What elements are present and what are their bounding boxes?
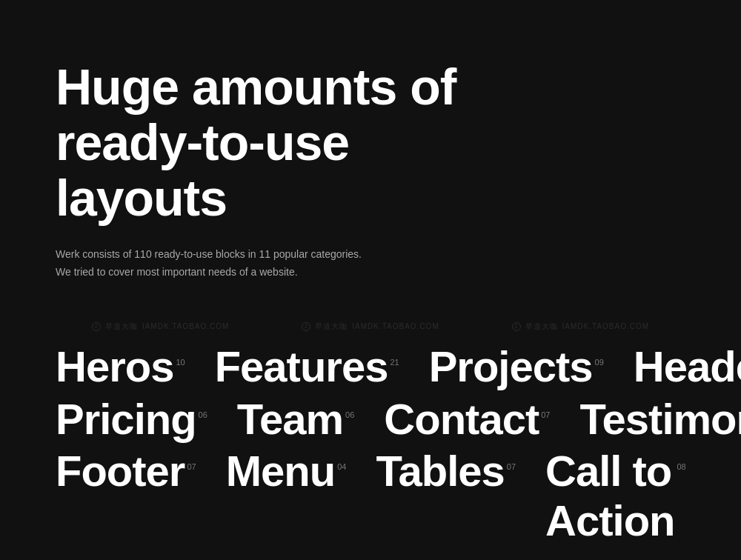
category-call-to-action[interactable]: Call to Action08 [545, 447, 686, 545]
category-cta-count: 08 [677, 462, 686, 471]
category-contact-label: Contact [384, 395, 539, 444]
category-footer-count: 07 [187, 462, 196, 471]
watermark-icon-1: Z [92, 322, 101, 331]
watermark-icon-3: Z [512, 322, 521, 331]
category-contact[interactable]: Contact07 [384, 395, 550, 444]
category-row-1: Heros10 Features21 Projects09 Header07 T… [56, 342, 685, 392]
watermark-group-2: Z 早道大咖 IAMDK.TAOBAO.COM [265, 319, 475, 335]
category-menu[interactable]: Menu04 [226, 447, 347, 496]
category-team[interactable]: Team06 [237, 395, 354, 444]
category-header[interactable]: Header07 [634, 342, 741, 392]
category-menu-label: Menu [226, 447, 335, 496]
category-features[interactable]: Features21 [215, 342, 399, 392]
subtitle: Werk consists of 110 ready-to-use blocks… [56, 246, 396, 281]
watermark-group-1: Z 早道大咖 IAMDK.TAOBAO.COM [56, 319, 265, 335]
watermark-cn-2: 早道大咖 [315, 321, 348, 332]
watermark-en-2: IAMDK.TAOBAO.COM [352, 322, 439, 330]
category-menu-count: 04 [337, 462, 346, 471]
category-projects[interactable]: Projects09 [429, 342, 604, 392]
category-tables[interactable]: Tables07 [376, 447, 516, 496]
heading-line1: Huge amounts of [56, 59, 456, 115]
category-tables-label: Tables [376, 447, 504, 496]
watermark-en-1: IAMDK.TAOBAO.COM [142, 322, 230, 330]
category-tables-count: 07 [507, 462, 516, 471]
category-heros[interactable]: Heros10 [56, 342, 185, 392]
watermark-z-2: Z [305, 324, 308, 329]
watermark-cn-1: 早道大咖 [105, 321, 138, 332]
main-container: Huge amounts of ready-to-use layouts Wer… [0, 0, 741, 560]
category-cta-label: Call to Action [545, 447, 674, 545]
category-team-count: 06 [345, 410, 354, 419]
subtitle-line2: We tried to cover most important needs o… [56, 266, 298, 278]
category-pricing-label: Pricing [56, 395, 196, 444]
category-heros-count: 10 [176, 358, 185, 367]
category-pricing-count: 06 [199, 410, 207, 419]
category-header-label: Header [634, 342, 741, 392]
watermark-z-1: Z [95, 324, 98, 329]
category-footer[interactable]: Footer07 [56, 447, 196, 496]
watermark-icon-2: Z [302, 322, 310, 331]
main-heading: Huge amounts of ready-to-use layouts [56, 59, 500, 225]
watermark-cn-3: 早道大咖 [525, 321, 558, 332]
category-features-count: 21 [390, 358, 399, 367]
watermark-bar: Z 早道大咖 IAMDK.TAOBAO.COM Z 早道大咖 IAMDK.TAO… [56, 319, 685, 335]
category-projects-count: 09 [595, 358, 604, 367]
category-row-3: Footer07 Menu04 Tables07 Call to Action0… [56, 447, 685, 545]
category-row-2: Pricing06 Team06 Contact07 Testimonial09 [56, 395, 685, 444]
category-testimonial[interactable]: Testimonial09 [579, 395, 741, 444]
category-pricing[interactable]: Pricing06 [56, 395, 207, 444]
category-team-label: Team [237, 395, 343, 444]
category-projects-label: Projects [429, 342, 593, 392]
category-testimonial-label: Testimonial [579, 395, 741, 444]
category-footer-label: Footer [56, 447, 185, 496]
category-heros-label: Heros [56, 342, 173, 392]
watermark-z-3: Z [514, 324, 517, 329]
subtitle-line1: Werk consists of 110 ready-to-use blocks… [56, 248, 362, 260]
watermark-group-3: Z 早道大咖 IAMDK.TAOBAO.COM [476, 319, 685, 335]
heading-line2: ready-to-use layouts [56, 114, 349, 226]
watermark-en-3: IAMDK.TAOBAO.COM [562, 322, 650, 330]
category-features-label: Features [215, 342, 388, 392]
categories-section: Heros10 Features21 Projects09 Header07 T… [56, 342, 685, 546]
category-contact-count: 07 [541, 410, 550, 419]
